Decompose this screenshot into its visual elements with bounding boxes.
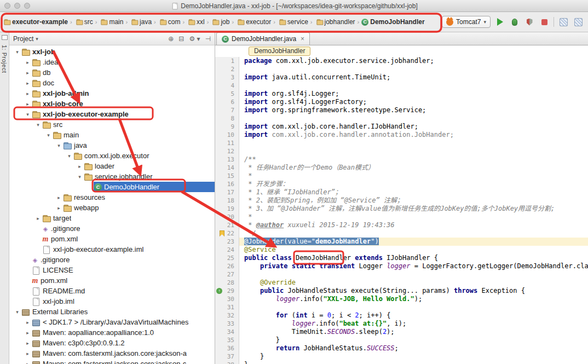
gutter-line-number[interactable]: 8 bbox=[215, 114, 239, 123]
code-text[interactable]: * 开发步骤： bbox=[239, 180, 588, 188]
tree-item-gitignore[interactable]: ◈.gitignore bbox=[9, 255, 215, 265]
breadcrumb-item-demojobhandler[interactable]: CDemoJobHandler bbox=[360, 17, 425, 27]
gutter-line-number[interactable]: 10 bbox=[215, 131, 239, 139]
gutter-line-number[interactable]: 1 bbox=[215, 57, 239, 65]
gutter-line-number[interactable]: 21 bbox=[215, 221, 239, 229]
expand-arrow-icon[interactable]: ▸ bbox=[24, 101, 31, 107]
settings-gear-icon[interactable]: ⚙ ▾ bbox=[189, 35, 200, 43]
gutter-line-number[interactable]: 32 bbox=[215, 311, 239, 320]
tree-item-db[interactable]: ▸db bbox=[9, 67, 215, 78]
expand-arrow-icon[interactable]: ▸ bbox=[24, 70, 31, 76]
code-text[interactable]: import org.slf4j.Logger; bbox=[239, 90, 588, 98]
gutter-line-number[interactable]: 25 bbox=[215, 254, 239, 262]
project-tool-window-button[interactable]: 1: Project bbox=[1, 45, 8, 73]
tree-item-xxl-job-iml[interactable]: xxl-job.iml bbox=[9, 296, 215, 307]
tree-item-target[interactable]: ▸target bbox=[9, 213, 215, 223]
code-text[interactable]: return JobHandleStatus.SUCCESS; bbox=[239, 344, 588, 353]
project-view-selector[interactable]: Project ▾ bbox=[13, 35, 38, 43]
code-text[interactable]: private static transient Logger logger =… bbox=[239, 262, 588, 270]
expand-arrow-icon[interactable]: ▾ bbox=[24, 112, 31, 117]
code-text[interactable]: import java.util.concurrent.TimeUnit; bbox=[239, 73, 588, 82]
code-text[interactable]: TimeUnit.SECONDS.sleep(2); bbox=[239, 328, 588, 336]
code-editor[interactable]: 1package com.xxl.job.executor.service.jo… bbox=[215, 57, 588, 364]
breadcrumb-item-service[interactable]: service bbox=[276, 16, 309, 27]
gutter-line-number[interactable]: 6 bbox=[215, 98, 239, 106]
breadcrumb-item-com[interactable]: com bbox=[157, 16, 182, 27]
gutter-line-number[interactable]: 29↑ bbox=[215, 287, 239, 295]
gutter-line-number[interactable]: 19 bbox=[215, 205, 239, 213]
code-text[interactable] bbox=[239, 139, 588, 147]
gutter-line-number[interactable]: 34 bbox=[215, 328, 239, 336]
tree-item-xxl-job-executor-example-iml[interactable]: xxl-job-executor-example.iml bbox=[9, 244, 215, 255]
coverage-button[interactable] bbox=[524, 16, 535, 27]
tree-item-main[interactable]: ▾main bbox=[9, 130, 215, 140]
zoom-button[interactable] bbox=[24, 3, 30, 9]
gutter-line-number[interactable]: 15 bbox=[215, 172, 239, 180]
expand-arrow-icon[interactable]: ▸ bbox=[55, 195, 62, 200]
tree-item-java[interactable]: ▾java bbox=[9, 140, 215, 151]
code-text[interactable]: @Override bbox=[239, 279, 588, 287]
vcs-update-button[interactable] bbox=[558, 16, 569, 27]
expand-arrow-icon[interactable]: ▸ bbox=[24, 361, 31, 364]
expand-arrow-icon[interactable]: ▸ bbox=[24, 320, 31, 325]
code-text[interactable]: * bbox=[239, 172, 588, 180]
expand-arrow-icon[interactable]: ▸ bbox=[24, 80, 31, 86]
code-text[interactable]: for (int i = 0; i < 2; i++) { bbox=[239, 311, 588, 320]
code-text[interactable]: * bbox=[239, 213, 588, 221]
tree-item-license[interactable]: LICENSE bbox=[9, 265, 215, 275]
tree-item-com-xxl-job-executor[interactable]: ▾com.xxl.job.executor bbox=[9, 151, 215, 161]
tree-item-xxl-job[interactable]: ▾xxl-job bbox=[9, 47, 215, 57]
gutter-line-number[interactable]: 31 bbox=[215, 303, 239, 311]
code-text[interactable]: logger.info("XXL-JOB, Hello World."); bbox=[239, 295, 588, 303]
expand-arrow-icon[interactable]: ▸ bbox=[34, 216, 42, 221]
tree-item-service-jobhandler[interactable]: ▾service.jobhandler bbox=[9, 171, 215, 182]
breadcrumb-item-executor[interactable]: executor bbox=[235, 16, 272, 27]
breadcrumb-item-job[interactable]: job bbox=[210, 16, 230, 27]
gutter-line-number[interactable]: 11 bbox=[215, 139, 239, 147]
code-text[interactable]: * @author xuxueli 2015-12-19 19:43:36 bbox=[239, 221, 588, 229]
code-text[interactable] bbox=[239, 65, 588, 73]
close-button[interactable] bbox=[4, 3, 10, 9]
code-text[interactable]: public JobHandleStatus execute(String...… bbox=[239, 287, 588, 295]
code-text[interactable] bbox=[239, 82, 588, 90]
tree-item-doc[interactable]: ▸doc bbox=[9, 78, 215, 88]
breadcrumb-item-xxl[interactable]: xxl bbox=[186, 16, 206, 27]
run-configuration-select[interactable]: Tomcat7 ▾ bbox=[442, 16, 491, 28]
code-text[interactable] bbox=[239, 114, 588, 123]
gutter-line-number[interactable]: 38 bbox=[215, 361, 239, 364]
breadcrumb-item-executor-example[interactable]: executor-example bbox=[1, 16, 69, 27]
expand-arrow-icon[interactable]: ▾ bbox=[14, 309, 21, 315]
tree-item-loader[interactable]: ▸loader bbox=[9, 161, 215, 171]
breadcrumb-item-src[interactable]: src bbox=[73, 16, 94, 27]
collapse-all-icon[interactable]: ⊟ bbox=[178, 35, 184, 43]
gutter-line-number[interactable]: 4 bbox=[215, 82, 239, 90]
code-text[interactable]: * 2、装配到Spring，例如加 “@Service” 注解； bbox=[239, 197, 588, 205]
gutter-line-number[interactable]: 18 bbox=[215, 197, 239, 205]
run-button[interactable] bbox=[494, 16, 505, 27]
tree-item-xxl-job-executor-example[interactable]: ▾xxl-job-executor-example bbox=[9, 109, 215, 119]
code-text[interactable]: * 任务Handler的一个Demo（Bean模式） bbox=[239, 164, 588, 172]
gutter-line-number[interactable]: 17 bbox=[215, 188, 239, 197]
code-text[interactable]: logger.info("beat at:{}", i); bbox=[239, 320, 588, 328]
code-text[interactable]: /** bbox=[239, 155, 588, 164]
code-text[interactable]: import com.xxl.job.core.handler.annotati… bbox=[239, 131, 588, 139]
tree-item-pom-xml[interactable]: mpom.xml bbox=[9, 234, 215, 244]
tree-item-gitignore[interactable]: ◈.gitignore bbox=[9, 223, 215, 234]
tree-item-xxl-job-core[interactable]: ▸xxl-job-core bbox=[9, 99, 215, 109]
gutter-line-number[interactable]: 23 bbox=[215, 238, 239, 246]
tree-item-resources[interactable]: ▸resources bbox=[9, 192, 215, 203]
code-text[interactable]: @JobHander(value="demoJobHandler") bbox=[239, 238, 588, 246]
gutter-line-number[interactable]: 5 bbox=[215, 90, 239, 98]
gutter-line-number[interactable]: 33 bbox=[215, 320, 239, 328]
code-text[interactable]: } bbox=[239, 361, 588, 364]
tree-item-src[interactable]: ▾src bbox=[9, 119, 215, 130]
gutter-line-number[interactable]: 28 bbox=[215, 279, 239, 287]
editor-breadcrumb-chip[interactable]: DemoJobHandler bbox=[249, 47, 310, 56]
code-text[interactable]: } bbox=[239, 336, 588, 344]
gutter-line-number[interactable]: 7 bbox=[215, 106, 239, 114]
expand-arrow-icon[interactable]: ▸ bbox=[24, 351, 31, 356]
gutter-line-number[interactable]: 26 bbox=[215, 262, 239, 270]
gutter-line-number[interactable]: 24 bbox=[215, 246, 239, 254]
expand-arrow-icon[interactable]: ▸ bbox=[76, 164, 83, 169]
hide-panel-icon[interactable]: ⊣ bbox=[205, 35, 211, 43]
